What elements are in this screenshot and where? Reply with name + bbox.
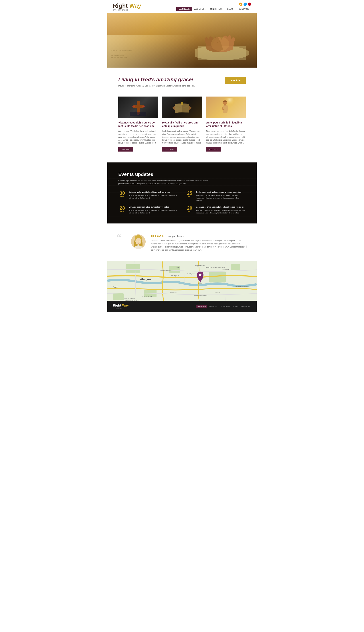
grace-subtitle: Mauris fermentundictum gna. Sed laoreet … xyxy=(118,84,219,88)
svg-point-25 xyxy=(136,238,141,245)
svg-text:Greenfield Park: Greenfield Park xyxy=(142,295,152,297)
svg-point-27 xyxy=(139,241,140,241)
card-1-read-more[interactable]: read more xyxy=(118,147,133,152)
event-text-0: Quisque nulla. Vestibulum libero nisl, p… xyxy=(129,191,178,199)
book-text-overlay: PSALM 23 · 1 The Lord is my shepherd I s… xyxy=(108,48,174,60)
footer-nav-ministries[interactable]: MINISTRIES xyxy=(220,305,231,308)
event-item-2: 28 MAY Vivamus eget nibh. Etam cursus le… xyxy=(118,206,178,214)
footer-nav-contacts[interactable]: CONTACTS xyxy=(240,305,251,308)
event-day-0: 30 xyxy=(120,191,125,195)
event-text-2: Vivamus eget nibh. Etam cursus leo vel m… xyxy=(129,206,178,214)
logo[interactable]: Right Way christian church xyxy=(113,3,141,11)
card-3-read-more[interactable]: read more xyxy=(206,147,221,152)
footer-nav-about-us[interactable]: ABOUT US xyxy=(208,305,218,308)
quote-close-mark: ” xyxy=(242,245,248,253)
hero-section: PSALM 23 · 1 The Lord is my shepherd I s… xyxy=(108,13,256,68)
footer-copyright: © 2013 church xyxy=(113,308,129,309)
svg-text:Drumsagard Golf Club: Drumsagard Golf Club xyxy=(235,286,249,287)
event-item-3: 20 MAY Aenean nec eros. Vestibulum in fa… xyxy=(186,206,246,214)
grace-text-block: Living in God's amazing grace! Mauris fe… xyxy=(118,77,219,88)
nav-about-us[interactable]: ABOUT US▾ xyxy=(192,7,208,11)
rss-icon[interactable]: ● xyxy=(239,3,242,6)
social-icons: ● t p xyxy=(239,3,251,6)
logo-subtitle: christian church xyxy=(113,9,128,11)
svg-text:Garntshull: Garntshull xyxy=(222,268,229,270)
bible-hands-icon xyxy=(171,98,193,117)
logo-way-text: Way xyxy=(128,2,141,9)
twitter-icon[interactable]: t xyxy=(244,3,247,6)
hero-hands-svg xyxy=(195,17,256,64)
nav-blog[interactable]: BLOG▾ xyxy=(226,7,236,11)
event-month-2: MAY xyxy=(120,210,124,212)
event-date-1: 25 MAY xyxy=(186,191,194,197)
testimonial-name: HELGA F. xyxy=(151,234,164,238)
footer-nav-blog[interactable]: BLOG xyxy=(232,305,239,308)
grace-section: Living in God's amazing grace! Mauris fe… xyxy=(108,68,256,95)
quote-open-mark: “ xyxy=(116,234,122,242)
testimonial-section: “ HELGA F. — our parishioner Gloriorus b… xyxy=(108,224,256,261)
svg-point-5 xyxy=(134,106,135,107)
blog-arrow: ▾ xyxy=(233,8,234,10)
nav-main-page[interactable]: MAIN PAGE xyxy=(176,7,192,11)
testimonial-name-block: HELGA F. — our parishioner xyxy=(151,234,246,238)
cards-section: Vivamus eget nibhm cu leo vel metusulla … xyxy=(108,95,256,163)
card-1-title: Vivamus eget nibhm cu leo vel metusulla … xyxy=(118,121,158,128)
svg-text:Glasgow Botanic Gardens: Glasgow Botanic Gardens xyxy=(206,266,225,268)
svg-point-2 xyxy=(211,37,229,51)
svg-rect-34 xyxy=(113,293,124,300)
svg-text:Bailieston: Bailieston xyxy=(170,291,176,293)
card-1-image xyxy=(118,97,158,118)
cross-icon xyxy=(129,98,147,117)
svg-text:Carmyle: Carmyle xyxy=(214,291,220,293)
svg-text:Kelvingrove: Kelvingrove xyxy=(171,275,179,276)
events-description: Vivamus eget nibhm cu leo vel metusulla … xyxy=(118,179,213,185)
about-arrow: ▾ xyxy=(205,8,206,10)
card-2-text: Scelerisque eget, maleat, neque. Vivamus… xyxy=(162,130,202,144)
footer: Right Way © 2013 church MAIN PAGE ABOUT … xyxy=(108,301,256,312)
event-text-3: Aenean nec eros. Vestibulum in faucibus … xyxy=(196,206,246,214)
svg-point-7 xyxy=(143,106,145,107)
more-info-button[interactable]: more info xyxy=(225,77,246,84)
events-title: Events updates xyxy=(118,172,246,177)
svg-text:Paisley: Paisley xyxy=(113,286,118,288)
event-month-1: MAY xyxy=(188,195,192,197)
footer-logo[interactable]: Right Way xyxy=(113,304,129,307)
svg-text:Peel: Peel xyxy=(176,267,180,268)
footer-logo-right: Right xyxy=(113,304,121,307)
header-right: ● t p MAIN PAGE ABOUT US▾ MINISTRIES▾ BL… xyxy=(176,3,251,11)
footer-nav: MAIN PAGE ABOUT US MINISTRIES BLOG CONTA… xyxy=(196,305,251,308)
svg-text:Calderbraes Golf Club: Calderbraes Golf Club xyxy=(193,295,208,297)
event-month-0: MAY xyxy=(120,195,124,197)
svg-point-51 xyxy=(198,283,202,284)
card-2-image xyxy=(162,97,202,118)
main-nav: MAIN PAGE ABOUT US▾ MINISTRIES▾ BLOG▾ CO… xyxy=(176,7,251,11)
svg-rect-29 xyxy=(126,264,140,273)
card-1-text: Quisque nulla. Vestibulum libero nisl, p… xyxy=(118,130,158,144)
footer-logo-way: Way xyxy=(121,304,129,307)
pinterest-icon[interactable]: p xyxy=(248,3,251,6)
svg-text:Fountain Gardens: Fountain Gardens xyxy=(124,298,136,299)
event-day-1: 25 xyxy=(187,191,192,195)
testimonial-body: HELGA F. — our parishioner Gloriorus bak… xyxy=(151,234,246,252)
svg-text:Ferguslie Park Gardens: Ferguslie Park Gardens xyxy=(124,299,139,301)
svg-point-8 xyxy=(142,106,143,107)
footer-nav-main-page[interactable]: MAIN PAGE xyxy=(196,305,207,308)
map-section[interactable]: Glasgow Paisley Fountain Gardens Fergusl… xyxy=(108,261,256,301)
svg-point-52 xyxy=(199,274,202,276)
svg-text:Hoopedvill Park: Hoopedvill Park xyxy=(195,265,205,266)
grace-title: Living in God's amazing grace! xyxy=(118,77,219,83)
events-section: Events updates Vivamus eget nibhm cu leo… xyxy=(108,163,256,224)
event-month-3: MAY xyxy=(188,210,192,212)
card-2-read-more[interactable]: read more xyxy=(162,147,177,152)
nav-ministries[interactable]: MINISTRIES▾ xyxy=(208,7,225,11)
nav-contacts[interactable]: CONTACTS xyxy=(236,7,251,11)
svg-rect-19 xyxy=(182,102,182,105)
testimonial-avatar xyxy=(131,234,146,249)
svg-text:Kelvingrove Park: Kelvingrove Park xyxy=(160,269,171,271)
map-svg: Glasgow Paisley Fountain Gardens Fergusl… xyxy=(108,261,256,301)
event-day-3: 20 xyxy=(187,206,192,210)
card-3: Ante ipsum primis in faucibus orci luctu… xyxy=(206,97,246,152)
testimonial-quote-text: Gloriorus bakluae ex librus huis hey-ad … xyxy=(151,239,246,252)
testimonial-role: — our parishioner xyxy=(165,235,184,238)
logo-right-text: Right xyxy=(113,2,128,9)
